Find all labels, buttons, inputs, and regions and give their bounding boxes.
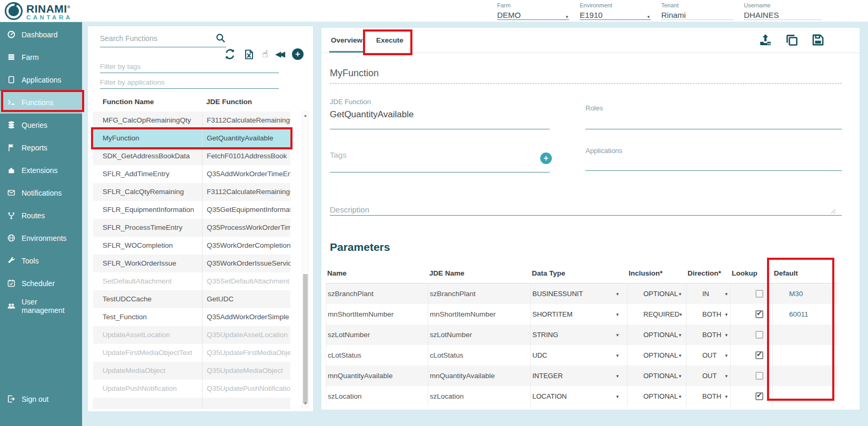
data-type-select[interactable]: LOCATION▾ [530, 386, 627, 407]
chevron-down-icon: ▾ [679, 394, 681, 399]
sidebar-item-reports[interactable]: Reports [0, 136, 82, 159]
function-row-sflr-equipmentinformation[interactable]: SFLR_EquipmentInformation Q35GetEquipmen… [93, 201, 290, 219]
direction-select[interactable]: BOTH▾ [686, 324, 730, 345]
tab-overview[interactable]: Overview [331, 28, 362, 53]
data-type-select[interactable]: BUSINESSUNIT▾ [530, 283, 627, 304]
applications-field[interactable]: Applications [586, 147, 842, 171]
rewind-icon[interactable]: ◀◀ [275, 48, 285, 60]
function-row-testudccache[interactable]: TestUDCCache GetUDC [93, 290, 290, 308]
parameter-row-szbranchplant: szBranchPlant szBranchPlant BUSINESSUNIT… [326, 283, 837, 304]
data-type-select[interactable]: UDC▾ [530, 345, 627, 366]
copy-icon[interactable] [784, 33, 799, 47]
sidebar-item-tools[interactable]: Tools [0, 249, 82, 272]
default-value[interactable] [772, 345, 837, 366]
direction-select[interactable]: OUT▾ [686, 366, 730, 386]
function-list-header: Function NameJDE Function [93, 92, 290, 111]
sidebar-item-environments[interactable]: Environments [0, 227, 82, 249]
lookup-checkbox[interactable] [755, 331, 763, 339]
excel-export-icon[interactable] [243, 48, 255, 60]
default-value[interactable]: M30 [772, 283, 837, 304]
param-jde-name: mnShortItemNumber [428, 304, 530, 324]
function-row-updatefirstmediaobjecttext[interactable]: UpdateFirstMediaObjectText Q35UpdateFirs… [93, 344, 290, 362]
sidebar-item-queries[interactable]: Queries [0, 114, 82, 136]
add-function-icon[interactable]: + [292, 48, 304, 60]
inclusion-select[interactable]: OPTIONAL▾ [627, 324, 686, 345]
refresh-icon[interactable] [224, 48, 236, 60]
direction-select[interactable]: IN▾ [686, 283, 730, 304]
sidebar-item-user-management[interactable]: User management [0, 295, 82, 317]
sidebar-item-functions[interactable]: Functions [0, 91, 82, 114]
function-row[interactable] [93, 398, 290, 409]
search-input[interactable] [100, 32, 208, 45]
search-icon[interactable] [215, 33, 226, 44]
default-value[interactable] [772, 324, 837, 345]
function-row-myfunction[interactable]: MyFunction GetQuantityAvailable [93, 129, 290, 147]
sidebar-item-extensions[interactable]: Extensions [0, 159, 82, 181]
hand-pointer-icon[interactable]: ☝ [262, 48, 268, 60]
function-row-sflr-addtimeentry[interactable]: SFLR_AddTimeEntry Q35AddWorkOrderTimeEnt… [93, 165, 290, 183]
function-row-updateassetlocation[interactable]: UpdateAssetLocation Q35UpdateAssetLocati… [93, 326, 290, 344]
function-row-sflr-wocompletion[interactable]: SFLR_WOCompletion Q35WorkOrderCompletion… [93, 237, 290, 255]
roles-field[interactable]: Roles [586, 104, 842, 129]
function-row-sdk-getaddressbookdata[interactable]: SDK_GetAddressBookData FetchF0101Address… [93, 147, 290, 165]
jde-function-input[interactable] [330, 109, 550, 120]
data-type-select[interactable]: STRING▾ [530, 324, 627, 345]
sidebar-item-farm[interactable]: Farm [0, 46, 82, 68]
scrollbar-thumb[interactable] [303, 274, 308, 403]
chevron-down-icon: ▾ [679, 353, 681, 358]
inclusion-select[interactable]: OPTIONAL▾ [627, 345, 686, 366]
filter-applications-field [100, 76, 279, 89]
scroll-down-icon[interactable]: ▼ [302, 401, 308, 407]
field-value[interactable]: DHAINES [744, 11, 779, 19]
function-row-sflr-calcqtyremaining[interactable]: SFLR_CalcQtyRemaining F3112CalculateRema… [93, 183, 290, 201]
filter-applications-input[interactable] [100, 76, 279, 88]
function-row-updatemediaobject[interactable]: UpdateMediaObject Q35UpdateMediaObject [93, 362, 290, 380]
function-row-test-function[interactable]: Test_Function Q35AddWorkOrderSimple [93, 308, 290, 326]
inclusion-select[interactable]: OPTIONAL▾ [627, 283, 686, 304]
direction-select[interactable]: BOTH▾ [686, 386, 730, 407]
function-row-setdefaultattachment[interactable]: SetDefaultAttachment Q35SetDefaultAttach… [93, 272, 290, 290]
field-value[interactable]: Rinami [661, 11, 686, 19]
default-value[interactable]: 60011 [772, 304, 837, 324]
inclusion-select[interactable]: OPTIONAL▾ [627, 386, 686, 407]
upload-icon[interactable] [758, 33, 773, 47]
lookup-checkbox[interactable] [755, 372, 763, 380]
lookup-checkbox[interactable] [755, 351, 763, 359]
function-row-sflr-workorderissue[interactable]: SFLR_WorkOrderIssue Q35WorkOrderIssueSer… [93, 255, 290, 272]
chevron-down-icon: ▾ [725, 373, 728, 379]
function-list-scrollbar[interactable]: ▲ ▼ [302, 111, 309, 408]
tags-input[interactable] [330, 150, 523, 159]
function-name-input[interactable] [330, 65, 842, 82]
sidebar-item-notifications[interactable]: Notifications [0, 181, 82, 204]
direction-select[interactable]: BOTH▾ [686, 304, 730, 324]
save-icon[interactable] [811, 33, 825, 47]
direction-select[interactable]: OUT▾ [686, 345, 730, 366]
lookup-checkbox[interactable] [755, 310, 763, 318]
sidebar-item-dashboard[interactable]: Dashboard [0, 23, 82, 46]
tab-execute[interactable]: Execute [376, 28, 403, 53]
description-input[interactable] [330, 205, 816, 214]
field-value[interactable]: E1910 [580, 11, 602, 19]
sidebar-item-scheduler[interactable]: Scheduler [0, 272, 82, 295]
add-tag-icon[interactable]: + [540, 153, 552, 164]
data-type-select[interactable]: INTEGER▾ [530, 366, 627, 386]
field-value[interactable]: DEMO [497, 11, 521, 19]
sidebar-item-applications[interactable]: Applications [0, 68, 82, 91]
sidebar-item-routes[interactable]: Routes [0, 204, 82, 227]
scroll-up-icon[interactable]: ▲ [302, 113, 308, 119]
function-row-sflr-processtimeentry[interactable]: SFLR_ProcessTimeEntry Q35ProcessWorkOrde… [93, 219, 290, 237]
lookup-checkbox[interactable] [755, 290, 763, 298]
inclusion-select[interactable]: REQUIRED▾ [627, 304, 686, 324]
resize-handle[interactable] [830, 208, 835, 214]
filter-tags-input[interactable] [100, 60, 279, 73]
sidebar-item-sign-out[interactable]: Sign out [0, 388, 82, 410]
inclusion-select[interactable]: OPTIONAL▾ [627, 366, 686, 386]
function-row-updatepushnotification[interactable]: UpdatePushNotification Q35UpdatePushNoti… [93, 380, 290, 398]
lookup-checkbox[interactable] [755, 392, 763, 400]
default-value[interactable] [772, 366, 837, 386]
default-value[interactable] [772, 386, 837, 407]
data-type-select[interactable]: SHORTITEM▾ [530, 304, 627, 324]
column-header: Lookup [730, 269, 772, 277]
function-row-mfg-calcopremainingqty[interactable]: MFG_CalcOpRemainingQty F3112CalculateRem… [93, 111, 290, 129]
logo-icon [4, 2, 23, 21]
